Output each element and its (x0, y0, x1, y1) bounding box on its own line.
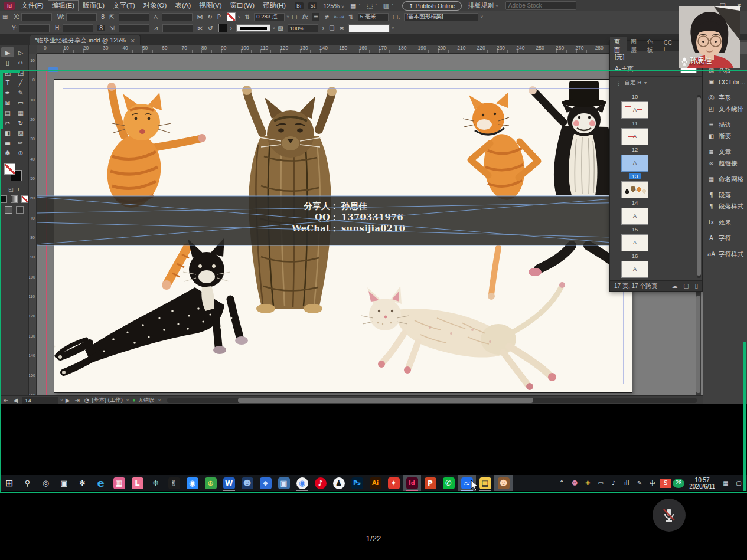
page-thumbnail-cats[interactable]: A (621, 181, 648, 198)
page-thumbnail[interactable]: A (621, 101, 648, 119)
y-field[interactable] (19, 24, 50, 32)
menu-item[interactable]: 窗口(W) (226, 0, 259, 11)
menu-item[interactable]: 对象(O) (139, 0, 171, 11)
menu-item[interactable]: 版面(L) (79, 0, 109, 11)
type-tool[interactable]: T (1, 77, 14, 87)
object-style-select[interactable]: [基本图形框架] (404, 13, 478, 21)
view-options-icon[interactable]: ▦ ˅ (350, 2, 361, 9)
tray-shield-icon[interactable]: ✚ (582, 479, 593, 488)
normal-view-button[interactable] (5, 206, 12, 214)
direct-selection-tool[interactable]: ▷ (14, 47, 27, 57)
文本绕排[interactable]: ◰ 文本绕排 (703, 103, 747, 114)
touch-keyboard-icon[interactable]: ▦ (720, 479, 732, 488)
red-app-icon[interactable]: ✦ (384, 475, 403, 491)
powerpoint-icon[interactable]: P (421, 475, 439, 491)
task-view-icon[interactable]: ▣ (55, 475, 73, 491)
free-transform-tool[interactable]: ↻ (14, 117, 27, 127)
menu-item[interactable]: 文件(F) (17, 0, 48, 11)
menu-item[interactable]: 编辑(E) (48, 0, 79, 11)
no-errors-label[interactable]: 无错误 (138, 397, 155, 404)
word-icon[interactable]: W (220, 475, 238, 491)
scale-y-field[interactable] (119, 24, 149, 32)
hand-tool[interactable]: ✽ (1, 148, 14, 158)
命名网格[interactable]: ▦ 命名网格 (703, 173, 747, 185)
menu-item[interactable]: 表(A) (171, 0, 195, 11)
CC Libr…[interactable]: ▣ CC Libr… (703, 76, 747, 87)
page-item[interactable]: A 12 (614, 128, 656, 153)
tray-ime-icon[interactable]: 中 (647, 479, 658, 488)
formatting-text-icon[interactable]: T (17, 186, 21, 192)
line-tool[interactable]: ╱ (14, 77, 27, 87)
rectangle-tool[interactable]: ▭ (14, 97, 27, 107)
action-center-icon[interactable]: ▢ (733, 479, 745, 488)
circles-app-icon[interactable]: ❉ (146, 475, 165, 491)
first-page-icon[interactable]: ⇤ (4, 397, 8, 404)
段落[interactable]: ¶ 段落 (703, 189, 747, 201)
start-button[interactable]: ⊞ (0, 475, 18, 491)
blue-app-icon[interactable]: ◆ (256, 475, 275, 491)
document-tab[interactable]: *临毕业经验分享会.indd @ 125% ✕ (30, 35, 141, 45)
contact-band[interactable]: 分享人：孙思佳QQ：1370331976WeChat：sunsijia0210 (37, 196, 635, 245)
content-placer-tool[interactable]: ◲ (14, 67, 27, 77)
x-field[interactable] (21, 13, 52, 21)
publish-pages-icon[interactable]: ☁ (671, 283, 677, 289)
pinwheel-app-icon[interactable]: ✻ (73, 475, 92, 491)
stock-search-input[interactable] (505, 1, 576, 10)
pages-list[interactable]: 10 A 11 A 12 A 13 A 14 A (610, 93, 702, 280)
mute-button[interactable] (653, 499, 686, 532)
字符样式[interactable]: aA 字符样式 (703, 248, 747, 260)
tray-display-icon[interactable]: ▭ (595, 479, 606, 488)
pages-scrollbar[interactable] (697, 95, 701, 278)
fill-none-swatch[interactable] (4, 163, 15, 175)
bridge-button[interactable]: Br (295, 2, 304, 9)
字符[interactable]: A 字符 (703, 232, 747, 244)
content-collector-tool[interactable]: ◱ (1, 67, 14, 77)
zoom-tool[interactable]: ⊕ (14, 148, 27, 158)
wrap-icon[interactable]: ⇤⇥ (334, 14, 344, 20)
tab-swatches[interactable]: 色板 (643, 37, 660, 55)
table-tool[interactable]: ▤ (1, 107, 14, 117)
previous-page-icon[interactable]: ◀ (13, 397, 18, 404)
taskbar-clock[interactable]: 10:57 2020/6/11 (686, 477, 719, 490)
menu-item[interactable]: 文字(T) (109, 0, 139, 11)
frame-tool[interactable]: ⊠ (1, 97, 14, 107)
tray-user-icon[interactable]: ☻ (569, 479, 580, 488)
photoshop-icon[interactable]: Ps (348, 475, 366, 491)
effects-icon[interactable]: fx (302, 14, 307, 20)
last-page-icon[interactable]: ⇥ (74, 397, 79, 404)
字形[interactable]: Ⓐ 字形 (703, 92, 747, 103)
screen-mode-icon[interactable]: ⬚ ˅ (367, 2, 377, 9)
eyedropper-tool[interactable]: ✑ (14, 137, 27, 148)
illustrator-icon[interactable]: Ai (366, 475, 384, 491)
rotation-field[interactable] (162, 13, 193, 21)
rotate-90-icon[interactable]: ↻ (207, 14, 212, 20)
描边[interactable]: ≡ 描边 (703, 119, 747, 130)
gap-tool[interactable]: ↔ (14, 57, 27, 67)
tray-volume-icon[interactable]: ♪ (608, 479, 619, 488)
workspace-switcher[interactable]: 排版规则 ˅ (468, 1, 498, 10)
person-app-icon[interactable]: ☻ (238, 475, 256, 491)
cortana-icon[interactable]: ◎ (37, 475, 55, 491)
photos-app-icon[interactable]: ▦ (110, 475, 128, 491)
w-field[interactable] (66, 13, 97, 21)
delete-page-icon[interactable]: ▯ (694, 283, 698, 289)
page-tool[interactable]: ▯ (1, 57, 14, 67)
fill-swatch[interactable] (218, 24, 227, 32)
menu-item[interactable]: 帮助(H) (259, 0, 290, 11)
tab-cc-libraries[interactable]: CC L (660, 38, 677, 54)
渐变[interactable]: ◧ 渐变 (703, 130, 747, 142)
tab-close-icon[interactable]: ✕ (130, 37, 135, 44)
page-item[interactable]: A 11 (614, 101, 656, 127)
page-thumbnail[interactable]: A (621, 261, 648, 278)
formatting-container-icon[interactable]: ◰ (8, 186, 14, 192)
viewer-app-icon[interactable]: ▣ (275, 475, 293, 491)
zoom-level-select[interactable]: 125% ˅ (323, 2, 344, 9)
globe-app-icon[interactable]: ⊕ (201, 475, 220, 491)
select-container-icon[interactable]: P (217, 14, 221, 20)
stroke-weight-field[interactable]: 0.283 点 (254, 13, 285, 21)
selection-tool[interactable]: ▶ (1, 47, 14, 57)
page-thumbnail[interactable]: A (621, 208, 648, 225)
align-objects-icon[interactable]: ≍ (340, 25, 344, 31)
preflight-profile[interactable]: [基本] (工作) (92, 397, 123, 404)
align-bottom-icon[interactable]: ≢ (324, 14, 329, 20)
